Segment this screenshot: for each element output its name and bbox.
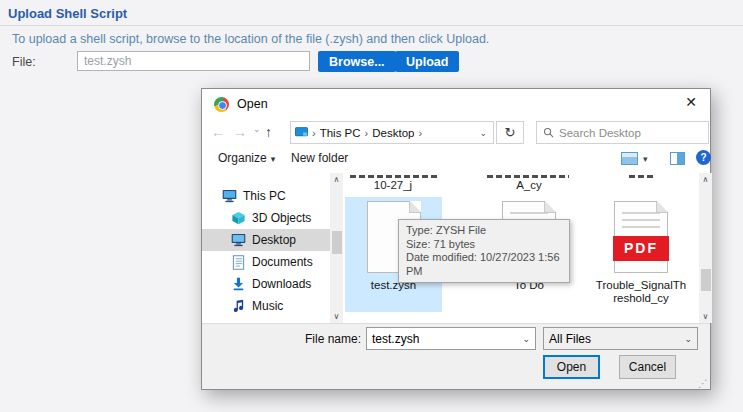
clipped-filename[interactable]: A_cy (474, 179, 584, 191)
clipped-filename-fragment (350, 175, 438, 178)
crumb-separator: › (418, 127, 422, 139)
search-input[interactable] (559, 127, 702, 139)
tooltip-date-modified: Date modified: 10/27/2023 1:56 PM (406, 251, 562, 278)
recent-locations-icon[interactable]: ⌄ (253, 124, 261, 134)
file-name-combobox[interactable]: test.zysh ⌄ (366, 327, 536, 350)
up-icon[interactable]: ↑ (265, 124, 272, 140)
change-view-icon[interactable] (621, 152, 638, 165)
forward-icon[interactable]: → (233, 124, 247, 140)
chevron-down-icon: ⌄ (684, 334, 692, 344)
sidebar-item-desktop[interactable]: Desktop (202, 229, 330, 251)
organize-button[interactable]: Organize▾ (218, 151, 275, 165)
sidebar-item-3d-objects[interactable]: 3D Objects (202, 207, 330, 229)
scroll-down-icon[interactable]: ∨ (330, 312, 343, 321)
address-dropdown-icon[interactable]: ⌄ (479, 128, 489, 138)
file-type-dropdown[interactable]: All Files ⌄ (543, 327, 698, 350)
documents-icon (231, 255, 246, 270)
file-field-label: File: (12, 55, 36, 69)
location-monitor-icon (295, 127, 308, 138)
desktop-icon (231, 233, 246, 247)
file-list-scrollbar[interactable]: ∧ ∨ (699, 173, 712, 323)
upload-button[interactable]: Upload (395, 51, 459, 72)
clipped-filename-fragment (487, 175, 569, 178)
chevron-down-icon: ▾ (271, 154, 276, 164)
file-list-scroll-thumb[interactable] (701, 269, 711, 291)
sidebar-item-documents[interactable]: Documents (202, 251, 330, 273)
tooltip-size: Size: 71 bytes (406, 238, 562, 252)
file-path-input[interactable] (77, 51, 310, 71)
tooltip-type: Type: ZYSH File (406, 224, 562, 238)
scroll-down-icon[interactable]: ∨ (699, 312, 712, 321)
new-folder-button[interactable]: New folder (291, 151, 348, 165)
sidebar-item-music[interactable]: Music (202, 295, 330, 317)
3d-objects-icon (231, 211, 246, 225)
open-file-dialog: Open ✕ ← → ⌄ ↑ › This PC › Desktop › ⌄ ↻… (201, 88, 711, 390)
pdf-document-icon: PDF (614, 201, 668, 273)
scroll-up-icon[interactable]: ∧ (699, 175, 712, 184)
crumb-separator: › (365, 127, 369, 139)
close-icon[interactable]: ✕ (685, 94, 697, 110)
help-icon[interactable]: ? (696, 150, 711, 165)
view-options-chevron-icon[interactable]: ▾ (643, 154, 648, 164)
title-divider (0, 25, 743, 26)
chevron-down-icon: ⌄ (522, 334, 530, 344)
dialog-title: Open (237, 97, 268, 111)
downloads-icon (231, 277, 246, 291)
breadcrumb-desktop[interactable]: Desktop (372, 127, 414, 139)
upload-instruction-text: To upload a shell script, browse to the … (12, 32, 489, 46)
clipped-filename[interactable]: 10-27_j (345, 179, 448, 191)
page-title: Upload Shell Script (8, 6, 127, 21)
file-name-label: File name: (261, 332, 361, 346)
file-info-tooltip: Type: ZYSH File Size: 71 bytes Date modi… (398, 219, 570, 283)
sidebar-item-downloads[interactable]: Downloads (202, 273, 330, 295)
sidebar-item-this-pc[interactable]: This PC (202, 185, 330, 207)
music-icon (231, 299, 246, 313)
sidebar-scroll-thumb[interactable] (332, 231, 342, 254)
search-box[interactable] (536, 121, 709, 144)
refresh-icon: ↻ (505, 125, 516, 140)
back-icon[interactable]: ← (211, 124, 225, 140)
search-icon (543, 127, 554, 138)
breadcrumb-this-pc[interactable]: This PC (320, 127, 361, 139)
preview-pane-icon[interactable] (670, 152, 685, 165)
browse-button[interactable]: Browse... (318, 51, 396, 72)
sidebar-scrollbar[interactable]: ∧ ∨ (330, 173, 343, 323)
resize-grip[interactable]: ⋰ (698, 378, 708, 389)
file-tile-trouble-signalthreshold[interactable]: PDF Trouble_SignalTh reshold_cy (586, 197, 696, 305)
cancel-button[interactable]: Cancel (619, 355, 676, 379)
this-pc-icon (222, 189, 237, 203)
pdf-badge: PDF (613, 236, 669, 261)
scroll-up-icon[interactable]: ∧ (330, 175, 343, 184)
crumb-separator: › (312, 127, 316, 139)
refresh-button[interactable]: ↻ (496, 121, 524, 144)
chrome-icon (214, 97, 229, 112)
clipped-filename-fragment (629, 175, 653, 178)
open-button[interactable]: Open (543, 355, 600, 379)
breadcrumb[interactable]: › This PC › Desktop › ⌄ (290, 121, 494, 144)
